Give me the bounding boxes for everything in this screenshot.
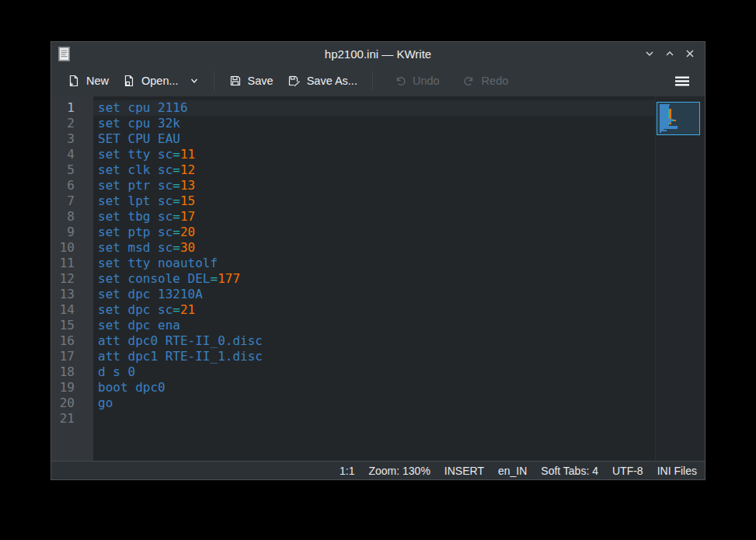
toolbar-separator <box>214 71 214 91</box>
editor: 123456789101112131415161718192021 set cp… <box>51 96 705 461</box>
code-segment: d s 0 <box>98 364 135 379</box>
titlebar[interactable]: hp2100.ini — KWrite <box>51 42 705 65</box>
code-line[interactable]: set cpu 2116 <box>93 100 655 116</box>
undo-icon <box>394 75 406 87</box>
chevron-down-icon <box>644 48 655 59</box>
statusbar-zoom-level[interactable]: Zoom: 130% <box>368 465 430 477</box>
code-segment: set tty sc <box>98 147 172 162</box>
code-line[interactable]: d s 0 <box>93 364 655 380</box>
code-line[interactable]: set lpt sc=15 <box>93 193 655 209</box>
code-line[interactable]: set tty noautolf <box>93 256 655 271</box>
code-segment: = <box>172 162 180 177</box>
minimap-line-mark <box>670 123 671 124</box>
code-segment: 21 <box>180 302 195 317</box>
code-line[interactable]: att dpc1 RTE-II_1.disc <box>93 349 655 364</box>
save-as-button[interactable]: Save As... <box>280 69 364 92</box>
line-number[interactable]: 2 <box>51 116 93 131</box>
line-number[interactable]: 8 <box>51 209 93 225</box>
line-number[interactable]: 11 <box>51 256 93 271</box>
save-as-icon <box>287 75 301 87</box>
minimap-scrollbar[interactable] <box>655 96 705 461</box>
hamburger-icon <box>674 75 690 87</box>
statusbar-dictionary[interactable]: en_IN <box>498 465 527 477</box>
code-line[interactable]: att dpc0 RTE-II_0.disc <box>93 333 655 349</box>
code-segment: set console DEL <box>98 271 211 286</box>
code-segment: = <box>172 178 180 193</box>
toolbar-separator <box>372 71 373 91</box>
new-button-label: New <box>86 75 109 87</box>
code-line[interactable]: set clk sc=12 <box>93 162 655 178</box>
code-segment: = <box>172 302 180 317</box>
code-segment: 13 <box>180 178 195 193</box>
code-line[interactable]: set msd sc=30 <box>93 240 655 256</box>
code-line[interactable]: set cpu 32k <box>93 116 655 131</box>
code-line[interactable]: SET CPU EAU <box>93 131 655 147</box>
kwrite-window: hp2100.ini — KWrite New <box>51 41 705 480</box>
code-line[interactable]: set tbg sc=17 <box>93 209 655 225</box>
line-number[interactable]: 21 <box>51 411 93 427</box>
new-document-icon <box>68 75 80 87</box>
code-line[interactable]: go <box>93 395 655 411</box>
line-number[interactable]: 7 <box>51 193 93 209</box>
line-number[interactable]: 17 <box>51 349 93 364</box>
code-segment: go <box>98 395 113 410</box>
statusbar-syntax-mode[interactable]: INI Files <box>657 465 697 477</box>
statusbar-tab-settings[interactable]: Soft Tabs: 4 <box>541 465 598 477</box>
statusbar-cursor-position[interactable]: 1:1 <box>340 465 354 477</box>
code-segment: = <box>211 271 218 286</box>
code-line[interactable]: set console DEL=177 <box>93 271 655 287</box>
code-segment: boot dpc0 <box>98 380 165 395</box>
line-number[interactable]: 6 <box>51 178 93 193</box>
line-number[interactable]: 19 <box>51 380 93 395</box>
redo-button[interactable]: Redo <box>456 69 516 92</box>
line-number[interactable]: 5 <box>51 162 93 178</box>
save-button[interactable]: Save <box>222 69 280 92</box>
code-line[interactable]: boot dpc0 <box>93 380 655 395</box>
code-line[interactable]: set dpc sc=21 <box>93 302 655 318</box>
line-number[interactable]: 20 <box>51 395 93 411</box>
line-number[interactable]: 12 <box>51 271 93 287</box>
line-number[interactable]: 18 <box>51 364 93 380</box>
statusbar-insert-mode[interactable]: INSERT <box>444 465 484 477</box>
line-number[interactable]: 9 <box>51 225 93 240</box>
open-button[interactable]: Open... <box>116 69 206 92</box>
line-number[interactable]: 14 <box>51 302 93 318</box>
line-number[interactable]: 1 <box>51 100 93 116</box>
minimize-button[interactable] <box>643 47 656 61</box>
code-segment: = <box>172 225 180 239</box>
code-area[interactable]: set cpu 2116set cpu 32kSET CPU EAUset tt… <box>93 96 655 461</box>
close-button[interactable] <box>683 47 696 61</box>
code-segment: = <box>172 193 180 208</box>
code-line[interactable]: set ptr sc=13 <box>93 178 655 193</box>
open-button-label: Open... <box>141 75 179 87</box>
code-line[interactable]: set ptp sc=20 <box>93 225 655 240</box>
line-number[interactable]: 4 <box>51 147 93 162</box>
code-segment: SET CPU EAU <box>98 131 180 146</box>
code-segment: set dpc ena <box>98 318 180 333</box>
line-number[interactable]: 16 <box>51 333 93 349</box>
code-line[interactable]: set tty sc=11 <box>93 147 655 162</box>
code-line[interactable] <box>93 411 655 427</box>
document-icon <box>58 47 70 61</box>
new-button[interactable]: New <box>61 69 116 92</box>
code-segment: att dpc0 RTE-II_0.disc <box>98 333 263 348</box>
statusbar-encoding[interactable]: UTF-8 <box>612 465 643 477</box>
code-segment: set lpt sc <box>98 193 172 208</box>
undo-button[interactable]: Undo <box>387 69 447 92</box>
chevron-up-icon <box>664 48 675 59</box>
close-icon <box>685 48 695 59</box>
line-number[interactable]: 13 <box>51 287 93 302</box>
line-number[interactable]: 10 <box>51 240 93 256</box>
line-number[interactable]: 3 <box>51 131 93 147</box>
code-segment: 15 <box>180 193 195 208</box>
menu-button[interactable] <box>670 71 695 92</box>
minimap-line-mark <box>674 120 676 121</box>
code-line[interactable]: set dpc 13210A <box>93 287 655 302</box>
line-number-gutter[interactable]: 123456789101112131415161718192021 <box>51 96 93 461</box>
code-segment: att dpc1 RTE-II_1.disc <box>98 349 263 364</box>
line-number[interactable]: 15 <box>51 318 93 333</box>
maximize-button[interactable] <box>663 47 676 61</box>
code-segment: = <box>172 209 180 224</box>
minimap-viewport[interactable] <box>657 102 700 135</box>
code-line[interactable]: set dpc ena <box>93 318 655 333</box>
